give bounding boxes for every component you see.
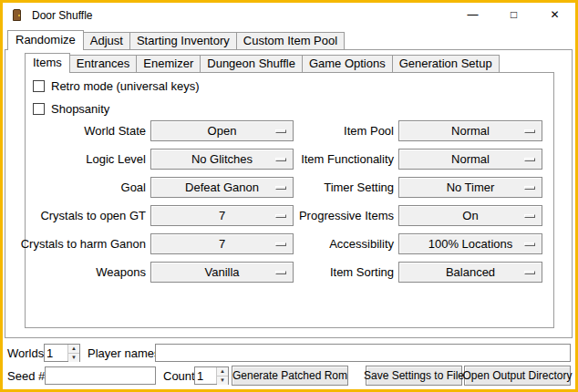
item-pool-label: Item Pool	[265, 124, 394, 138]
goal-label: Goal	[12, 181, 146, 194]
tab-starting-inventory[interactable]: Starting Inventory	[129, 32, 237, 49]
titlebar[interactable]: Door Shuffle — □ ✕	[3, 3, 575, 27]
open-output-directory-button[interactable]: Open Output Directory	[464, 366, 571, 386]
world-state-label: World State	[12, 124, 146, 138]
worlds-input[interactable]	[45, 345, 67, 361]
save-settings-button[interactable]: Save Settings to File	[366, 366, 462, 386]
checkbox-icon[interactable]	[33, 103, 45, 115]
progressive-items-label: Progressive Items	[265, 209, 394, 222]
tab-custom-item-pool[interactable]: Custom Item Pool	[236, 32, 345, 49]
worlds-label: Worlds	[7, 346, 44, 360]
crystals-harm-ganon-label: Crystals to harm Ganon	[12, 237, 146, 251]
tab-items[interactable]: Items	[25, 53, 70, 73]
seed-input[interactable]	[45, 366, 156, 385]
item-functionality-dropdown[interactable]: Normal	[398, 149, 542, 170]
worlds-spinner: ▲ ▼	[44, 344, 80, 362]
progressive-items-dropdown[interactable]: On	[398, 205, 542, 226]
tab-entrances[interactable]: Entrances	[69, 55, 138, 72]
window-controls: — □ ✕	[452, 3, 575, 27]
tab-generation-setup[interactable]: Generation Setup	[392, 55, 500, 72]
maximize-button[interactable]: □	[493, 3, 534, 27]
player-names-input[interactable]	[155, 344, 571, 362]
spin-down-icon[interactable]: ▼	[217, 376, 228, 385]
accessibility-label: Accessibility	[265, 237, 394, 251]
dropdown-indicator-icon	[524, 242, 535, 246]
main-tab-bar: Randomize Adjust Starting Inventory Cust…	[7, 30, 345, 50]
tab-enemizer[interactable]: Enemizer	[136, 55, 201, 72]
weapons-label: Weapons	[12, 265, 146, 279]
item-functionality-label: Item Functionality	[265, 152, 394, 166]
logic-level-label: Logic Level	[12, 152, 146, 166]
tab-randomize[interactable]: Randomize	[7, 30, 84, 50]
tab-game-options[interactable]: Game Options	[302, 55, 393, 72]
crystals-open-gt-label: Crystals to open GT	[12, 209, 146, 222]
tab-adjust[interactable]: Adjust	[83, 32, 130, 49]
retro-mode-checkbox[interactable]: Retro mode (universal keys)	[33, 79, 200, 93]
retro-mode-label: Retro mode (universal keys)	[51, 79, 200, 93]
count-input[interactable]	[195, 367, 216, 384]
spin-up-icon[interactable]: ▲	[68, 345, 79, 353]
item-sorting-dropdown[interactable]: Balanced	[398, 262, 542, 283]
spin-up-icon[interactable]: ▲	[217, 367, 228, 376]
tab-dungeon-shuffle[interactable]: Dungeon Shuffle	[200, 55, 303, 72]
dropdown-indicator-icon	[524, 214, 535, 218]
timer-setting-dropdown[interactable]: No Timer	[398, 177, 542, 198]
window-title: Door Shuffle	[32, 9, 93, 22]
randomize-sub-tab-bar: Items Entrances Enemizer Dungeon Shuffle…	[25, 53, 500, 73]
dropdown-indicator-icon	[524, 271, 535, 274]
item-pool-dropdown[interactable]: Normal	[398, 120, 542, 141]
timer-setting-label: Timer Setting	[265, 181, 394, 194]
close-button[interactable]: ✕	[534, 3, 575, 27]
player-names-label: Player names	[88, 346, 160, 360]
accessibility-dropdown[interactable]: 100% Locations	[398, 233, 542, 254]
dropdown-indicator-icon	[524, 158, 535, 161]
dropdown-indicator-icon	[524, 186, 535, 190]
shopsanity-label: Shopsanity	[51, 102, 109, 116]
app-icon	[10, 8, 24, 22]
minimize-button[interactable]: —	[452, 3, 493, 27]
dropdown-indicator-icon	[524, 129, 535, 133]
item-sorting-label: Item Sorting	[265, 265, 394, 279]
shopsanity-checkbox[interactable]: Shopsanity	[33, 102, 109, 116]
seed-label: Seed #	[7, 369, 45, 383]
door-shuffle-window: Door Shuffle — □ ✕ Randomize Adjust Star…	[0, 0, 578, 392]
checkbox-icon[interactable]	[33, 80, 45, 92]
generate-patched-rom-button[interactable]: Generate Patched Rom	[232, 366, 348, 386]
count-label: Count	[163, 369, 195, 383]
count-spinner: ▲ ▼	[194, 366, 229, 385]
spin-down-icon[interactable]: ▼	[68, 353, 79, 362]
